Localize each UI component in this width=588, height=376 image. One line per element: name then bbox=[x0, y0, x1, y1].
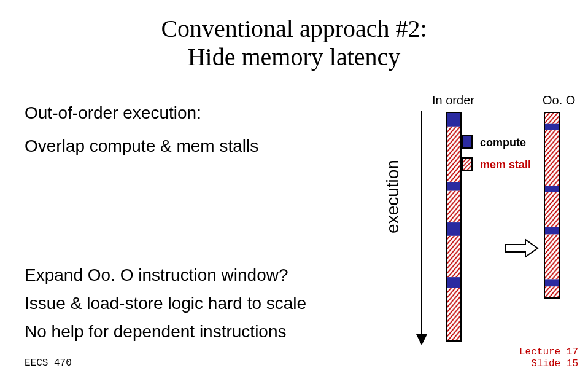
title-line1: Conventional approach #2: bbox=[161, 15, 427, 42]
text-nohelp: No help for dependent instructions bbox=[25, 322, 287, 342]
svg-rect-5 bbox=[447, 222, 460, 236]
text-expand: Expand Oo. O instruction window? bbox=[25, 265, 288, 285]
svg-rect-16 bbox=[545, 279, 559, 286]
label-in-order: In order bbox=[432, 93, 474, 108]
svg-rect-17 bbox=[545, 286, 559, 297]
svg-rect-7 bbox=[447, 277, 460, 288]
svg-rect-2 bbox=[447, 127, 460, 182]
legend-swatch-memstall bbox=[462, 157, 473, 171]
svg-rect-0 bbox=[463, 159, 471, 170]
svg-rect-4 bbox=[447, 191, 460, 222]
label-ooo: Oo. O bbox=[543, 93, 575, 108]
axis-label-execution: execution bbox=[383, 160, 403, 233]
svg-rect-11 bbox=[545, 130, 559, 186]
text-overlap: Overlap compute & mem stalls bbox=[25, 136, 258, 156]
lecture-label: Lecture 17 bbox=[519, 347, 578, 358]
subheading-ooo-exec: Out-of-order execution: bbox=[25, 103, 201, 123]
svg-rect-15 bbox=[545, 234, 559, 279]
bar-ooo bbox=[544, 112, 560, 299]
svg-rect-10 bbox=[545, 124, 559, 130]
svg-rect-12 bbox=[545, 186, 559, 192]
svg-rect-14 bbox=[545, 227, 559, 235]
svg-rect-6 bbox=[447, 236, 460, 277]
legend-swatch-compute bbox=[462, 135, 473, 149]
slide-title: Conventional approach #2: Hide memory la… bbox=[0, 15, 588, 71]
svg-rect-13 bbox=[545, 192, 559, 227]
legend-label-compute: compute bbox=[480, 136, 526, 149]
slide-label: Slide 15 bbox=[531, 358, 578, 369]
svg-marker-18 bbox=[506, 240, 538, 257]
svg-rect-1 bbox=[447, 113, 460, 127]
legend-label-memstall: mem stall bbox=[480, 159, 531, 171]
svg-rect-8 bbox=[447, 288, 460, 340]
bar-in-order bbox=[446, 112, 462, 342]
svg-rect-9 bbox=[545, 113, 559, 124]
svg-rect-3 bbox=[447, 182, 460, 191]
title-line2: Hide memory latency bbox=[188, 43, 401, 71]
text-issue: Issue & load-store logic hard to scale bbox=[25, 294, 306, 313]
course-code: EECS 470 bbox=[25, 358, 72, 369]
execution-arrow-icon bbox=[421, 111, 422, 344]
right-arrow-icon bbox=[505, 238, 539, 258]
slide-number: Lecture 17 Slide 15 bbox=[519, 347, 578, 370]
